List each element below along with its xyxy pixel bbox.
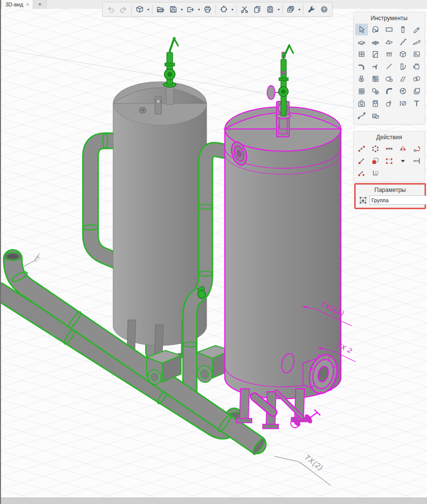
move-point-icon (357, 169, 366, 178)
action-trim[interactable] (410, 155, 423, 167)
scale-icon (385, 157, 394, 165)
tool-pipeline[interactable] (355, 61, 368, 72)
tool-pump-group[interactable] (369, 85, 382, 97)
tool-air-duct[interactable] (383, 85, 396, 97)
export-button-dropdown[interactable]: ▼ (197, 3, 201, 15)
tab-close-icon[interactable]: × (26, 2, 29, 7)
ramp-icon (412, 37, 421, 46)
fan-icon (398, 87, 407, 95)
tool-door[interactable] (369, 48, 382, 60)
tool-duct[interactable] (396, 73, 409, 85)
faucet-icon (371, 62, 380, 71)
right-tank-model-selected[interactable] (225, 101, 341, 429)
export-button[interactable] (184, 3, 197, 15)
cut-button[interactable] (238, 3, 251, 15)
tool-electric-device[interactable] (383, 97, 396, 109)
tool-hatch[interactable] (369, 110, 382, 122)
collaboration-button[interactable] (217, 3, 230, 15)
tool-pump[interactable] (383, 73, 396, 85)
tool-electric-cabinet[interactable] (369, 97, 382, 109)
settings-button[interactable] (305, 3, 318, 15)
tool-railing[interactable] (383, 48, 396, 60)
tool-roof[interactable] (383, 36, 396, 48)
print-button[interactable] (201, 3, 214, 15)
action-copy[interactable] (369, 155, 382, 167)
tank-icon (412, 62, 421, 71)
tab-3d-view[interactable]: 3D-вид × (1, 0, 33, 9)
line-icon (385, 62, 394, 71)
tool-fittings[interactable] (410, 73, 423, 85)
tool-door-leaf[interactable] (396, 61, 409, 72)
group-name-input[interactable] (369, 195, 427, 205)
group-icon (359, 196, 367, 204)
paste-button[interactable] (264, 3, 276, 15)
tool-wall[interactable] (383, 24, 396, 35)
tool-light[interactable] (355, 97, 368, 109)
stair-icon (398, 37, 407, 46)
collaboration-button-dropdown[interactable]: ▼ (230, 3, 235, 15)
visibility-styles-button[interactable] (284, 3, 297, 15)
tool-element[interactable] (396, 48, 409, 60)
tool-object-styles[interactable] (369, 24, 382, 35)
tool-window[interactable] (355, 48, 368, 60)
action-rotate[interactable] (410, 143, 423, 155)
tool-text[interactable] (410, 97, 423, 109)
tool-select[interactable] (355, 24, 368, 35)
pipe-elbow-icon (357, 62, 366, 71)
toolbar-separator (282, 4, 283, 14)
tool-stair[interactable] (396, 36, 409, 48)
tool-wc[interactable] (355, 73, 368, 85)
chevron-down-icon (398, 157, 407, 165)
hatch-icon (371, 111, 380, 120)
action-scale[interactable] (383, 155, 396, 167)
action-move-point[interactable] (355, 167, 368, 179)
cursor-icon (357, 25, 366, 34)
tool-equipment-box[interactable] (355, 85, 368, 97)
help-icon (320, 5, 329, 14)
pump-icon (385, 74, 394, 83)
tool-column[interactable] (396, 24, 409, 35)
pipe-tag-p5[interactable]: П5 (23, 253, 41, 267)
actions-panel-title: Действия (355, 133, 424, 143)
redo-button[interactable] (117, 3, 130, 15)
tool-route[interactable] (355, 110, 368, 122)
new-tab-button[interactable]: + (33, 0, 47, 9)
action-more[interactable] (396, 155, 409, 167)
save-button-dropdown[interactable]: ▼ (180, 3, 184, 15)
action-offset[interactable] (369, 167, 382, 179)
tool-plates[interactable] (410, 85, 423, 97)
tool-assembly[interactable] (410, 48, 423, 60)
tool-fan[interactable] (396, 85, 409, 97)
element-icon (398, 50, 407, 59)
view-3d-button-dropdown[interactable]: ▼ (146, 3, 151, 15)
tool-opening[interactable] (369, 36, 382, 48)
open-button[interactable] (154, 3, 167, 15)
undo-button[interactable] (104, 3, 117, 15)
tool-appliance[interactable] (369, 73, 382, 85)
copy-button[interactable] (251, 3, 264, 15)
printer-icon (203, 5, 212, 14)
dimension-icon (398, 99, 407, 108)
tool-ramp[interactable] (410, 36, 423, 48)
lamp-icon (357, 99, 366, 108)
help-button[interactable] (318, 3, 331, 15)
save-button[interactable] (167, 3, 180, 15)
action-array-linear[interactable] (383, 143, 396, 155)
action-array-circular[interactable] (369, 143, 382, 155)
tool-beam[interactable] (410, 24, 423, 35)
tool-dimension[interactable] (396, 97, 409, 109)
tool-line[interactable] (383, 61, 396, 72)
wall-icon (385, 25, 394, 34)
tool-floor[interactable] (355, 36, 368, 48)
copy-icon (253, 5, 262, 14)
visibility-styles-button-dropdown[interactable]: ▼ (297, 3, 302, 15)
action-mirror[interactable] (396, 143, 409, 155)
action-move[interactable] (355, 155, 368, 167)
folder-open-icon (156, 5, 165, 14)
tool-plumbing-fixture[interactable] (369, 61, 382, 72)
toolbar-separator (303, 4, 304, 14)
paste-button-dropdown[interactable]: ▼ (276, 3, 281, 15)
action-array-path[interactable] (355, 143, 368, 155)
tool-equipment[interactable] (410, 61, 423, 72)
view-3d-button[interactable] (133, 3, 146, 15)
